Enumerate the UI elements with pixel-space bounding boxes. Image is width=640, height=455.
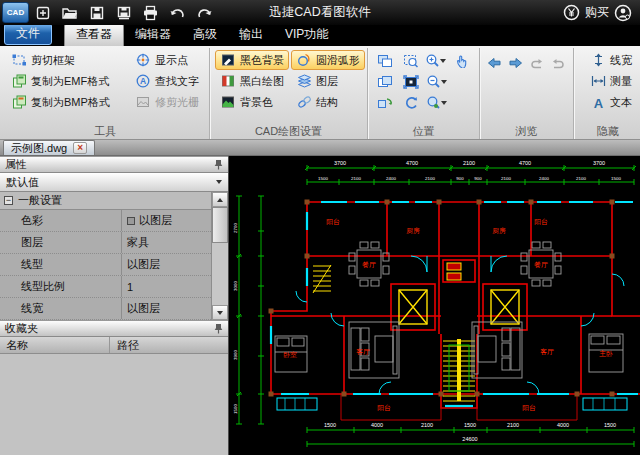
svg-text:A: A — [593, 96, 603, 109]
undo-button[interactable] — [164, 1, 191, 24]
tab-file[interactable]: 文件 — [4, 23, 52, 45]
yuan-icon — [563, 4, 580, 21]
favorites-column-headers: 名称 路径 — [0, 337, 228, 354]
hide-text-button[interactable]: A 文本 — [585, 92, 637, 112]
pin-icon[interactable] — [214, 323, 223, 334]
room-label-balcony: 阳台 — [326, 218, 340, 226]
property-row-layer[interactable]: 图层 家具 — [0, 232, 211, 254]
property-preset-dropdown[interactable]: 默认值 — [0, 173, 228, 192]
zoom-in-button[interactable] — [425, 51, 449, 71]
drawing-canvas[interactable]: 3700 4700 2100 4700 3700 1500 4000 2100 … — [229, 156, 640, 455]
group-label-tools: 工具 — [1, 124, 209, 139]
emf-copy-icon — [11, 74, 27, 89]
new-view-button[interactable] — [373, 51, 397, 71]
black-background-button[interactable]: 黑色背景 — [215, 50, 289, 70]
tab-editor[interactable]: 编辑器 — [124, 24, 182, 46]
redo-button[interactable] — [191, 1, 218, 24]
zoom-extents-button[interactable] — [399, 72, 423, 92]
dim-label: 2100 — [421, 422, 433, 428]
tab-advanced[interactable]: 高级 — [182, 24, 228, 46]
structure-button[interactable]: 结构 — [291, 92, 365, 112]
new-file-button[interactable] — [29, 1, 56, 24]
refresh-view-button[interactable] — [399, 93, 423, 113]
room-label-balcony: 阳台 — [534, 218, 548, 226]
room-label-bedroom: 卧室 — [283, 351, 297, 358]
room-label-living: 客厅 — [356, 348, 370, 356]
ribbon: 剪切框架 复制为EMF格式 复制为BMP格式 显示点 — [0, 46, 640, 140]
bw-drawing-button[interactable]: 黑白绘图 — [215, 71, 289, 91]
trim-raster-icon — [135, 95, 151, 110]
refresh-view-icon — [404, 96, 419, 110]
hide-lineweight-button[interactable]: 线宽 — [585, 50, 637, 70]
ribbon-group-tools: 剪切框架 复制为EMF格式 复制为BMP格式 显示点 — [1, 48, 210, 139]
left-arrow-icon — [487, 57, 502, 69]
smooth-arc-icon — [296, 53, 312, 68]
chevron-down-icon — [216, 180, 222, 184]
save-icon — [89, 5, 105, 21]
zoom-previous-dropdown[interactable] — [441, 101, 447, 105]
dim-label: 3900 — [233, 350, 238, 360]
zoom-in-dropdown[interactable] — [440, 59, 446, 63]
zoom-out-dropdown[interactable] — [441, 80, 447, 84]
zoom-in-icon — [426, 54, 439, 68]
rotate-view-button[interactable] — [373, 93, 397, 113]
group-label-hide: 隐藏 — [574, 124, 640, 139]
favorites-header: 收藏夹 — [0, 320, 228, 337]
print-button[interactable] — [137, 1, 164, 24]
room-label-master-bedroom: 主卧 — [599, 350, 613, 357]
smooth-arc-button[interactable]: 圆滑弧形 — [291, 50, 365, 70]
document-tab[interactable]: 示例图.dwg × — [3, 140, 95, 155]
property-scrollbar[interactable] — [211, 192, 228, 320]
undo-icon — [169, 5, 186, 21]
dim-label: 900 — [456, 176, 464, 181]
zoom-previous-button[interactable] — [425, 93, 449, 113]
layers-button[interactable]: 图层 — [291, 71, 365, 91]
save-as-button[interactable] — [110, 1, 137, 24]
property-row-lineweight[interactable]: 线宽 以图层 — [0, 298, 211, 320]
account-icon[interactable] — [614, 4, 632, 22]
hide-measure-button[interactable]: 测量 — [585, 71, 637, 91]
redo-icon — [196, 5, 213, 21]
view-back-button[interactable] — [528, 53, 547, 73]
copy-emf-button[interactable]: 复制为EMF格式 — [6, 71, 128, 91]
open-button[interactable] — [56, 1, 83, 24]
tab-output[interactable]: 输出 — [228, 24, 274, 46]
dim-label: 1500 — [604, 422, 616, 428]
tab-viewer[interactable]: 查看器 — [64, 23, 124, 46]
copy-bmp-button[interactable]: 复制为BMP格式 — [6, 92, 128, 112]
property-row-linetype-scale[interactable]: 线型比例 1 — [0, 276, 211, 298]
find-text-icon: A — [135, 74, 151, 89]
zoom-window-button[interactable] — [399, 51, 423, 71]
property-row-linetype[interactable]: 线型 以图层 — [0, 254, 211, 276]
zoom-out-button[interactable] — [425, 72, 449, 92]
scroll-up-icon[interactable] — [212, 192, 228, 207]
pin-icon[interactable] — [214, 159, 223, 170]
background-color-button[interactable]: 背景色 — [215, 92, 289, 112]
favorites-col-name[interactable]: 名称 — [0, 337, 110, 353]
dim-label: 1500 — [233, 404, 238, 414]
scroll-down-icon[interactable] — [212, 305, 228, 320]
point-target-icon — [135, 53, 151, 68]
dim-label: 2400 — [539, 176, 549, 181]
next-drawing-button[interactable] — [506, 53, 525, 73]
close-document-icon[interactable]: × — [73, 142, 87, 154]
pan-hand-icon — [455, 53, 470, 68]
collapse-icon[interactable]: − — [4, 196, 13, 205]
favorites-list[interactable] — [0, 354, 228, 455]
scrollbar-thumb[interactable] — [212, 207, 228, 243]
property-row-color[interactable]: 色彩 以图层 — [0, 210, 211, 232]
pan-button[interactable] — [450, 51, 474, 71]
property-group-row[interactable]: − 一般设置 — [0, 192, 211, 210]
trim-raster-button[interactable]: 修剪光栅 — [130, 92, 204, 112]
cascade-view-button[interactable] — [373, 72, 397, 92]
show-points-button[interactable]: 显示点 — [130, 50, 204, 70]
favorites-col-path[interactable]: 路径 — [110, 337, 139, 353]
dim-label: 2100 — [351, 176, 361, 181]
previous-drawing-button[interactable] — [485, 53, 504, 73]
crop-frame-button[interactable]: 剪切框架 — [6, 50, 128, 70]
save-button[interactable] — [83, 1, 110, 24]
buy-button[interactable]: 购买 — [585, 4, 609, 21]
tab-vip[interactable]: VIP功能 — [274, 24, 339, 46]
find-text-button[interactable]: A 查找文字 — [130, 71, 204, 91]
view-forward-button[interactable] — [549, 53, 568, 73]
